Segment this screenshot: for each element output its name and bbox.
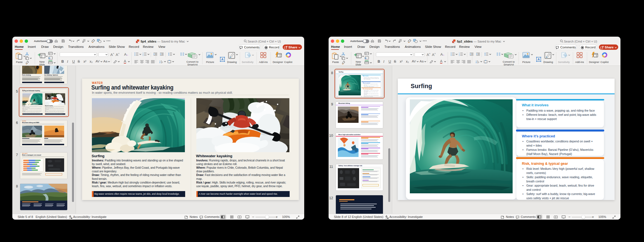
svg-text:A: A xyxy=(477,60,478,62)
svg-text:3: 3 xyxy=(143,55,143,56)
svg-text:A: A xyxy=(221,58,224,61)
svg-text:P: P xyxy=(453,41,454,43)
svg-text:P: P xyxy=(137,41,138,43)
svg-text:A: A xyxy=(538,58,540,61)
svg-text:3: 3 xyxy=(459,55,460,56)
svg-text:A: A xyxy=(161,60,162,62)
